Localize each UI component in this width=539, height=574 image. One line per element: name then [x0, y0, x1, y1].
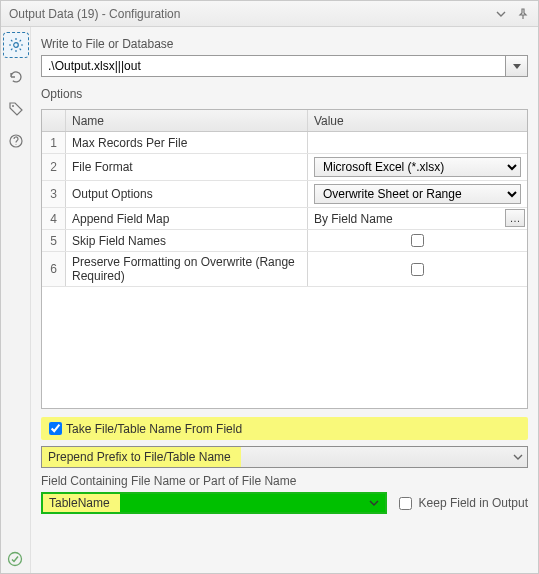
row-name: Max Records Per File	[66, 132, 308, 153]
header-value: Value	[308, 110, 527, 131]
row-index: 4	[42, 208, 66, 229]
bottom-area: Take File/Table Name From Field Prepend …	[41, 417, 528, 514]
collapse-button[interactable]	[492, 5, 510, 23]
help-icon	[8, 133, 24, 149]
tag-icon	[8, 101, 24, 117]
svg-point-3	[9, 553, 22, 566]
row-name: Skip Field Names	[66, 230, 308, 251]
chevron-down-icon	[513, 452, 523, 462]
append-field-map-value: By Field Name	[314, 212, 393, 226]
row-value	[308, 230, 527, 251]
keep-field-row[interactable]: Keep Field in Output	[395, 494, 528, 513]
header-index	[42, 110, 66, 131]
check-circle-icon	[7, 551, 23, 567]
row-index: 6	[42, 252, 66, 286]
output-options-select[interactable]: Overwrite Sheet or Range	[314, 184, 521, 204]
options-table: Name Value 1 Max Records Per File 2 File…	[41, 109, 528, 409]
row-index: 1	[42, 132, 66, 153]
options-header: Name Value	[42, 110, 527, 132]
sidebar-config[interactable]	[4, 33, 28, 57]
header-name: Name	[66, 110, 308, 131]
row-index: 3	[42, 181, 66, 207]
main-panel: Write to File or Database Options Name V…	[31, 27, 538, 573]
file-format-select[interactable]: Microsoft Excel (*.xlsx)	[314, 157, 521, 177]
file-path-input[interactable]	[41, 55, 506, 77]
field-select-row: TableName Keep Field in Output	[41, 492, 528, 514]
pin-button[interactable]	[514, 5, 532, 23]
row-name: File Format	[66, 154, 308, 180]
chevron-down-icon	[369, 498, 379, 508]
field-containing-label: Field Containing File Name or Part of Fi…	[41, 474, 528, 488]
take-name-from-field-checkbox[interactable]	[49, 422, 62, 435]
row-name: Preserve Formatting on Overwrite (Range …	[66, 252, 308, 286]
sidebar-annotation[interactable]	[4, 97, 28, 121]
gear-icon	[8, 37, 24, 53]
keep-field-checkbox[interactable]	[399, 497, 412, 510]
option-row-skip-field-names: 5 Skip Field Names	[42, 230, 527, 252]
preserve-formatting-checkbox[interactable]	[411, 263, 424, 276]
apply-indicator[interactable]	[7, 551, 23, 567]
option-row-preserve-formatting: 6 Preserve Formatting on Overwrite (Rang…	[42, 252, 527, 287]
row-value: Microsoft Excel (*.xlsx)	[308, 154, 527, 180]
row-value	[308, 252, 527, 286]
sidebar-help[interactable]	[4, 129, 28, 153]
row-value: Overwrite Sheet or Range	[308, 181, 527, 207]
window-title: Output Data (19) - Configuration	[9, 7, 180, 21]
pin-icon	[517, 8, 529, 20]
triangle-down-icon	[512, 61, 522, 71]
skip-field-names-checkbox[interactable]	[411, 234, 424, 247]
option-row-output-options: 3 Output Options Overwrite Sheet or Rang…	[42, 181, 527, 208]
svg-point-0	[13, 43, 18, 48]
sidebar	[1, 27, 31, 573]
options-label: Options	[41, 87, 528, 101]
body: Write to File or Database Options Name V…	[1, 27, 538, 573]
options-empty-area	[42, 287, 527, 408]
field-name-value: TableName	[43, 494, 120, 512]
write-to-label: Write to File or Database	[41, 37, 528, 51]
append-field-map-browse[interactable]: …	[505, 209, 525, 227]
row-name: Output Options	[66, 181, 308, 207]
sidebar-refresh[interactable]	[4, 65, 28, 89]
chevron-down-icon	[495, 8, 507, 20]
option-row-max-records: 1 Max Records Per File	[42, 132, 527, 154]
field-name-select[interactable]: TableName	[41, 492, 387, 514]
take-name-from-field-label: Take File/Table Name From Field	[66, 422, 242, 436]
filename-action-value: Prepend Prefix to File/Table Name	[42, 447, 241, 467]
refresh-icon	[8, 69, 24, 85]
svg-point-1	[12, 105, 14, 107]
file-path-dropdown[interactable]	[506, 55, 528, 77]
keep-field-label: Keep Field in Output	[419, 496, 528, 510]
row-value: By Field Name …	[308, 208, 527, 229]
row-index: 2	[42, 154, 66, 180]
row-name: Append Field Map	[66, 208, 308, 229]
take-name-from-field-row[interactable]: Take File/Table Name From Field	[41, 417, 528, 440]
row-index: 5	[42, 230, 66, 251]
filename-action-combo[interactable]: Prepend Prefix to File/Table Name	[41, 446, 528, 468]
option-row-file-format: 2 File Format Microsoft Excel (*.xlsx)	[42, 154, 527, 181]
file-path-row	[41, 55, 528, 77]
row-value[interactable]	[308, 132, 527, 153]
option-row-append-field-map: 4 Append Field Map By Field Name …	[42, 208, 527, 230]
titlebar: Output Data (19) - Configuration	[1, 1, 538, 27]
config-window: Output Data (19) - Configuration Write	[0, 0, 539, 574]
